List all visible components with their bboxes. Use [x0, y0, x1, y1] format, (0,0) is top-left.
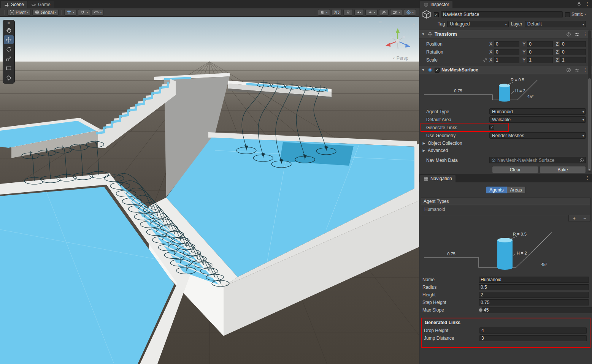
- scale-z-field[interactable]: [560, 57, 586, 63]
- position-y-field[interactable]: [527, 41, 552, 47]
- tools-overlay-panel: ≡: [3, 20, 15, 84]
- 2d-label: 2D: [334, 10, 340, 15]
- areas-tab[interactable]: Areas: [507, 186, 525, 194]
- handle-orientation-button[interactable]: Global ▾: [32, 9, 59, 16]
- kebab-menu-icon[interactable]: ⋮: [585, 2, 590, 6]
- grid-icon: [67, 10, 71, 15]
- caret-down-icon: ▾: [582, 111, 584, 114]
- step-height-label: Step Height: [422, 300, 479, 305]
- rotation-x-field[interactable]: [494, 49, 519, 55]
- help-icon[interactable]: [566, 68, 571, 73]
- transform-header[interactable]: ▼ Transform ⋮: [419, 30, 592, 38]
- tab-navigation[interactable]: Navigation: [420, 175, 456, 182]
- rotate-tool-button[interactable]: [4, 45, 14, 54]
- grid-snapping-button[interactable]: ▾: [78, 9, 90, 16]
- scene-lighting-button[interactable]: [343, 9, 353, 16]
- rotation-z-field[interactable]: [560, 49, 586, 55]
- increment-snap-button[interactable]: ▾: [92, 9, 104, 16]
- nav-mesh-data-field[interactable]: NavMesh-NavMesh Surface: [489, 157, 586, 163]
- navmeshsurface-title: NavMeshSurface: [441, 67, 478, 73]
- agent-settings-diagram: R = 0.5 H = 2 0.75 45°: [422, 76, 589, 106]
- step-height-field[interactable]: [479, 299, 589, 305]
- effects-button[interactable]: ▾: [365, 9, 378, 16]
- scene-viewport[interactable]: ≡ ≡: [0, 17, 419, 364]
- pivot-mode-button[interactable]: Pivot ▾: [7, 9, 31, 16]
- bake-buttons-row: Clear Bake: [419, 164, 592, 174]
- gizmos-dropdown-button[interactable]: ▾: [404, 9, 416, 16]
- hand-tool-button[interactable]: [4, 26, 14, 35]
- max-slope-slider-handle[interactable]: [479, 308, 482, 312]
- transform-tool-button[interactable]: [4, 73, 14, 82]
- inspector-scrollbar[interactable]: [588, 30, 591, 172]
- rect-tool-button[interactable]: [4, 64, 14, 73]
- constrain-proportions-icon[interactable]: [482, 57, 488, 63]
- caret-down-icon[interactable]: ▾: [584, 13, 586, 16]
- object-collection-foldout[interactable]: ▶ Object Collection: [419, 139, 592, 147]
- scroll-down-icon[interactable]: ▼: [588, 168, 591, 171]
- scale-x-field[interactable]: [494, 57, 519, 63]
- jump-distance-field[interactable]: [479, 335, 587, 341]
- agent-type-value: Humanoid: [492, 109, 513, 114]
- generate-links-row: Generate Links ✓: [419, 123, 592, 131]
- default-area-dropdown[interactable]: Walkable ▾: [489, 116, 586, 123]
- help-icon[interactable]: [566, 32, 571, 37]
- tab-inspector[interactable]: Inspector: [420, 1, 452, 8]
- shading-mode-button[interactable]: ▾: [318, 9, 330, 16]
- move-tool-button[interactable]: [4, 35, 14, 44]
- position-x-field[interactable]: [494, 41, 519, 47]
- tab-game[interactable]: Game: [28, 1, 54, 8]
- kebab-menu-icon[interactable]: ⋮: [583, 32, 587, 36]
- drop-height-row: Drop Height: [422, 327, 588, 334]
- scene-overlay-menu-icon[interactable]: ≡: [379, 19, 382, 25]
- bake-button[interactable]: Bake: [540, 166, 586, 173]
- gameobject-active-checkbox[interactable]: ✓: [434, 12, 439, 17]
- scale-tool-button[interactable]: [4, 54, 14, 63]
- camera-settings-button[interactable]: ▾: [390, 9, 402, 16]
- navmeshsurface-enabled-checkbox[interactable]: ✓: [435, 68, 440, 73]
- orientation-gizmo[interactable]: [382, 24, 414, 55]
- object-picker-icon[interactable]: [579, 158, 584, 163]
- scene-visibility-button[interactable]: [379, 9, 389, 16]
- radius-field[interactable]: [479, 284, 589, 290]
- tools-panel-handle[interactable]: ≡: [8, 21, 10, 25]
- scale-y-field[interactable]: [527, 57, 552, 63]
- kebab-menu-icon[interactable]: ⋮: [585, 176, 590, 180]
- use-geometry-row: Use Geometry Render Meshes ▾: [419, 131, 592, 139]
- diagram-slope-label: 45°: [541, 262, 548, 267]
- presets-icon[interactable]: [575, 68, 579, 73]
- scene-audio-button[interactable]: [354, 9, 364, 16]
- add-agent-button[interactable]: +: [569, 215, 579, 222]
- foldout-icon[interactable]: ▼: [421, 32, 425, 36]
- gameobject-name-field[interactable]: [441, 11, 563, 17]
- kebab-menu-icon[interactable]: ⋮: [583, 68, 587, 72]
- agents-tab[interactable]: Agents: [486, 186, 507, 194]
- static-checkbox[interactable]: [565, 12, 570, 17]
- rotation-y-field[interactable]: [527, 49, 552, 55]
- remove-agent-button[interactable]: −: [579, 215, 590, 222]
- gizmo-lock-icon[interactable]: [412, 23, 416, 27]
- use-geometry-dropdown[interactable]: Render Meshes ▾: [489, 132, 586, 139]
- grid-visibility-button[interactable]: ▾: [64, 9, 76, 16]
- position-z-field[interactable]: [560, 41, 586, 47]
- tag-dropdown[interactable]: Untagged ▾: [447, 21, 508, 27]
- max-slope-field[interactable]: [482, 307, 592, 313]
- presets-icon[interactable]: [575, 32, 579, 37]
- projection-toggle[interactable]: ‹ Persp: [393, 55, 408, 61]
- height-field[interactable]: [479, 292, 589, 298]
- navmeshsurface-header[interactable]: ▼ ✓ NavMeshSurface ⋮: [419, 66, 592, 74]
- 2d-toggle-button[interactable]: 2D: [332, 9, 342, 16]
- layer-dropdown[interactable]: Default ▾: [525, 21, 586, 27]
- scrollbar-thumb[interactable]: [588, 78, 591, 171]
- advanced-foldout[interactable]: ▶ Advanced: [419, 147, 592, 154]
- agent-type-list-item[interactable]: Humanoid: [421, 205, 590, 214]
- drop-height-field[interactable]: [479, 328, 587, 334]
- agent-type-dropdown[interactable]: Humanoid ▾: [489, 108, 586, 115]
- foldout-icon[interactable]: ▼: [421, 68, 425, 72]
- diagram-step-label: 0.75: [447, 252, 455, 256]
- agent-name-field[interactable]: [479, 277, 589, 283]
- caret-down-icon: ▾: [374, 11, 375, 14]
- clear-button[interactable]: Clear: [492, 166, 538, 173]
- generate-links-checkbox[interactable]: ✓: [489, 125, 494, 130]
- lock-icon[interactable]: [577, 2, 581, 6]
- tab-scene[interactable]: Scene: [1, 1, 27, 8]
